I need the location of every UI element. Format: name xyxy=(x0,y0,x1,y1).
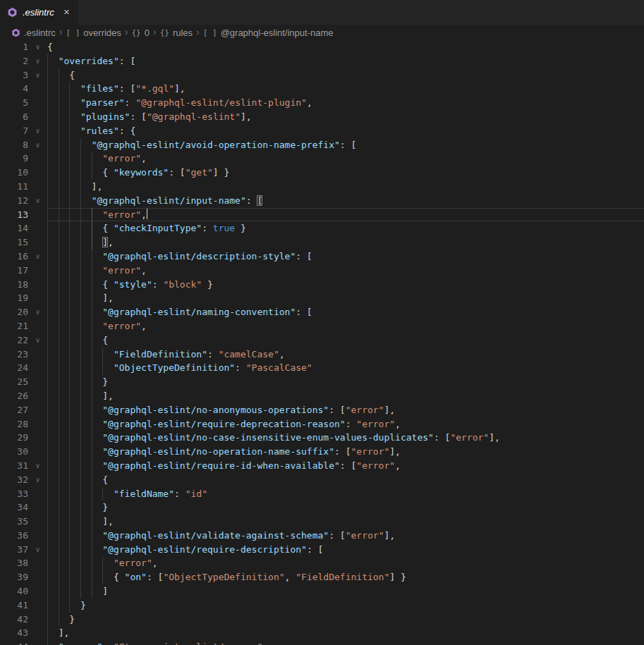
code-row: 8∨ "@graphql-eslint/avoid-operation-name… xyxy=(0,138,644,152)
code-line[interactable]: ], xyxy=(47,235,644,250)
code-line[interactable]: "@graphql-eslint/require-deprecation-rea… xyxy=(47,417,644,431)
code-line[interactable]: ] xyxy=(47,584,644,598)
code-token: "@typescript-eslint/parser" xyxy=(114,641,262,645)
code-line[interactable]: { xyxy=(47,68,644,82)
fold-gutter xyxy=(28,445,47,459)
code-line[interactable]: "plugins": ["@graphql-eslint"], xyxy=(47,110,644,124)
code-token: "@graphql-eslint/require-deprecation-rea… xyxy=(102,419,345,429)
code-line[interactable]: { "checkInputType": true } xyxy=(47,221,644,235)
fold-gutter xyxy=(28,487,47,501)
code-line[interactable]: { xyxy=(47,473,644,487)
close-icon[interactable]: ✕ xyxy=(63,8,70,17)
code-line[interactable]: "@graphql-eslint/require-description": [ xyxy=(47,543,644,557)
breadcrumb-item[interactable]: [ ]@graphql-eslint/input-name xyxy=(203,27,334,38)
code-row: 38 "error", xyxy=(0,556,644,570)
code-line[interactable]: "error", xyxy=(47,264,644,278)
breadcrumb-item[interactable]: .eslintrc xyxy=(11,27,56,38)
code-line[interactable]: ], xyxy=(47,626,644,640)
code-line[interactable]: "@graphql-eslint/validate-against-schema… xyxy=(47,529,644,543)
code-line[interactable]: "error", xyxy=(47,556,644,570)
code-line[interactable]: "@graphql-eslint/input-name": [ xyxy=(47,194,644,208)
fold-gutter xyxy=(28,110,47,124)
breadcrumb-item[interactable]: {}rules xyxy=(160,27,193,38)
code-line[interactable]: "fieldName": "id" xyxy=(47,487,644,501)
code-token: "fieldName" xyxy=(114,489,174,499)
code-row: 4 "files": ["*.gql"], xyxy=(0,82,644,96)
fold-chevron-icon[interactable]: ∨ xyxy=(28,333,47,348)
code-line[interactable]: { "keywords": ["get"] } xyxy=(47,166,644,180)
fold-gutter xyxy=(28,431,47,445)
code-line[interactable]: ], xyxy=(47,515,644,529)
fold-chevron-icon[interactable]: ∨ xyxy=(28,250,47,264)
code-row: 31∨ "@graphql-eslint/require-id-when-ava… xyxy=(0,459,644,473)
code-line[interactable]: { "on": ["ObjectTypeDefinition", "FieldD… xyxy=(47,570,644,584)
fold-chevron-icon[interactable]: ∨ xyxy=(28,124,47,138)
code-line[interactable]: } xyxy=(47,613,644,627)
fold-chevron-icon[interactable]: ∨ xyxy=(28,459,47,473)
fold-chevron-icon[interactable]: ∨ xyxy=(28,138,47,152)
code-line[interactable]: { xyxy=(47,333,644,348)
code-token: ], xyxy=(47,391,114,401)
code-token: "get" xyxy=(186,167,213,178)
code-token: "error" xyxy=(102,153,141,164)
code-line[interactable]: "FieldDefinition": "camelCase", xyxy=(47,348,644,362)
fold-gutter xyxy=(28,640,47,645)
fold-gutter xyxy=(28,626,47,640)
code-token xyxy=(47,446,102,457)
symbol-object-icon: {} xyxy=(160,28,169,37)
breadcrumb-item[interactable]: {}0 xyxy=(131,27,149,38)
code-token: "error" xyxy=(114,558,152,568)
symbol-array-icon: [ ] xyxy=(203,28,217,37)
code-line[interactable]: { "style": "block" } xyxy=(47,278,644,292)
code-line[interactable]: "@graphql-eslint/no-case-insensitive-enu… xyxy=(47,431,644,445)
code-row: 1∨{ xyxy=(0,40,644,54)
fold-chevron-icon[interactable]: ∨ xyxy=(28,473,47,487)
code-line[interactable]: "@graphql-eslint/avoid-operation-name-pr… xyxy=(47,138,644,152)
code-token xyxy=(47,321,102,331)
code-line[interactable]: "overrides": [ xyxy=(47,54,644,68)
fold-chevron-icon[interactable]: ∨ xyxy=(28,305,47,319)
code-line[interactable]: ], xyxy=(47,291,644,305)
fold-gutter xyxy=(28,584,47,598)
fold-chevron-icon[interactable]: ∨ xyxy=(28,68,47,82)
fold-chevron-icon[interactable]: ∨ xyxy=(28,40,47,54)
code-row: 24 "ObjectTypeDefinition": "PascalCase" xyxy=(0,361,644,375)
breadcrumb-item[interactable]: [ ]overrides xyxy=(66,27,121,38)
code-line[interactable]: "@graphql-eslint/description-style": [ xyxy=(47,250,644,264)
fold-chevron-icon[interactable]: ∨ xyxy=(28,54,47,68)
code-token: : [ xyxy=(434,432,450,443)
breadcrumb-label: 0 xyxy=(145,27,150,38)
code-line[interactable]: "@graphql-eslint/no-anonymous-operations… xyxy=(47,403,644,417)
fold-gutter xyxy=(28,348,47,362)
code-line[interactable]: } xyxy=(47,500,644,515)
tab-eslintrc[interactable]: .eslintrc ✕ xyxy=(0,0,78,25)
code-line[interactable]: ], xyxy=(47,389,644,403)
fold-gutter xyxy=(28,264,47,278)
code-line[interactable]: "rules": { xyxy=(47,124,644,138)
code-token: : [ xyxy=(329,530,345,541)
code-line[interactable]: } xyxy=(47,375,644,389)
line-number: 3 xyxy=(0,68,28,82)
code-line[interactable]: "error", xyxy=(47,152,644,166)
code-line[interactable]: { xyxy=(47,40,644,54)
code-token: ], xyxy=(384,405,395,415)
code-row: 41 } xyxy=(0,598,644,613)
code-line[interactable]: "files": ["*.gql"], xyxy=(47,82,644,96)
code-line[interactable]: "ObjectTypeDefinition": "PascalCase" xyxy=(47,361,644,375)
code-line[interactable]: "@graphql-eslint/naming-convention": [ xyxy=(47,305,644,319)
code-token: } xyxy=(47,614,75,625)
code-token: ], xyxy=(47,181,102,192)
code-token: "on" xyxy=(125,572,147,582)
fold-chevron-icon[interactable]: ∨ xyxy=(28,194,47,208)
code-line[interactable]: "parser": "@graphql-eslint/eslint-plugin… xyxy=(47,96,644,110)
code-line[interactable]: "error", xyxy=(47,319,644,333)
code-line[interactable]: "@graphql-eslint/no-operation-name-suffi… xyxy=(47,445,644,459)
code-token: { xyxy=(47,70,75,80)
fold-chevron-icon[interactable]: ∨ xyxy=(28,543,47,557)
code-line[interactable]: ], xyxy=(47,180,644,194)
code-line[interactable]: "parser": "@typescript-eslint/parser" xyxy=(47,640,644,645)
code-line[interactable]: "@graphql-eslint/require-id-when-availab… xyxy=(47,459,644,473)
code-line[interactable]: "error", xyxy=(47,208,644,222)
code-row: 22∨ { xyxy=(0,333,644,348)
code-line[interactable]: } xyxy=(47,598,644,613)
